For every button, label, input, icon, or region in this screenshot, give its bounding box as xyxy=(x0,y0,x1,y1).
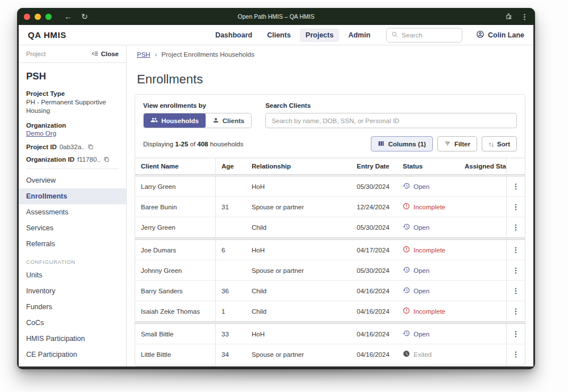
sidebar-item-funders[interactable]: Funders xyxy=(19,299,126,315)
cell-entry-date: 04/16/2024 xyxy=(351,344,397,364)
organization-label: Organization xyxy=(26,122,119,129)
nav-dashboard[interactable]: Dashboard xyxy=(210,28,258,42)
row-menu-icon[interactable]: ⋮ xyxy=(509,328,523,340)
table-header-row: Client Name Age Relationship Entry Date … xyxy=(135,158,525,174)
cell-actions: ⋮ xyxy=(506,260,525,280)
table-row[interactable]: Tiny Bittle7Child04/16/2024Incomplete⋮ xyxy=(135,365,525,366)
cell-entry-date: 04/16/2024 xyxy=(351,301,397,321)
table-row[interactable]: Joe Dumars6HoH04/17/2024Incomplete⋮ xyxy=(135,240,525,260)
table-row[interactable]: Johnny GreenSpouse or partner05/30/2024O… xyxy=(135,260,525,281)
project-id-value: 0ab32a.. xyxy=(60,144,85,150)
close-window-button[interactable] xyxy=(24,14,30,20)
columns-button[interactable]: Columns (1) xyxy=(371,136,432,151)
browser-menu-icon[interactable]: ⋮ xyxy=(521,12,528,21)
cell-status: Incomplete xyxy=(397,365,459,366)
filter-button[interactable]: Filter xyxy=(437,136,477,151)
row-menu-icon[interactable]: ⋮ xyxy=(509,180,523,192)
cell-status: Open xyxy=(397,324,459,344)
nav-admin[interactable]: Admin xyxy=(343,28,376,42)
sidebar-item-units[interactable]: Units xyxy=(19,267,126,283)
cell-assigned-staff xyxy=(459,324,506,344)
cell-entry-date: 04/17/2024 xyxy=(351,240,397,260)
cell-relationship: Spouse or partner xyxy=(246,260,351,280)
table-row[interactable]: Little Bittle34Spouse or partner04/16/20… xyxy=(135,344,525,365)
sidebar-item-assessments[interactable]: Assessments xyxy=(19,204,126,220)
sidebar-item-overview[interactable]: Overview xyxy=(19,172,126,188)
clients-toggle-button[interactable]: Clients xyxy=(206,113,251,128)
organization-link[interactable]: Demo Org xyxy=(26,130,119,137)
table-row[interactable]: Larry GreenHoH05/30/2024Open⋮ xyxy=(135,176,525,197)
project-id-label: Project ID xyxy=(26,144,57,150)
nav-projects[interactable]: Projects xyxy=(300,28,339,42)
sort-button[interactable]: ↑↓ Sort xyxy=(482,136,517,151)
table-row[interactable]: Barry Sanders36Child04/16/2024Open⋮ xyxy=(135,281,525,301)
table-row[interactable]: Small Bittle33HoH04/16/2024Open⋮ xyxy=(135,324,525,344)
row-menu-icon[interactable]: ⋮ xyxy=(509,264,523,276)
zoom-window-button[interactable] xyxy=(45,14,52,20)
column-header-entry-date[interactable]: Entry Date xyxy=(351,158,397,174)
row-menu-icon[interactable]: ⋮ xyxy=(509,285,523,297)
filter-label: Filter xyxy=(454,141,470,147)
user-menu[interactable]: Colin Lane xyxy=(476,30,524,40)
column-header-assigned-staff[interactable]: Assigned Staff xyxy=(459,158,506,174)
copy-icon[interactable] xyxy=(87,144,94,150)
cell-assigned-staff xyxy=(459,344,506,364)
sidebar-panel-label: Project xyxy=(26,50,45,57)
copy-icon[interactable] xyxy=(103,156,110,162)
client-search-input[interactable] xyxy=(265,113,517,128)
cell-client-name: Little Bittle xyxy=(135,344,216,364)
person-icon xyxy=(212,117,219,125)
row-menu-icon[interactable]: ⋮ xyxy=(509,201,523,213)
sidebar-item-hmis-participation[interactable]: HMIS Participation xyxy=(19,331,126,347)
column-header-relationship[interactable]: Relationship xyxy=(246,158,351,174)
back-icon[interactable]: ← xyxy=(64,12,72,20)
cell-actions: ⋮ xyxy=(506,240,525,260)
sidebar-item-enrollments[interactable]: Enrollments xyxy=(19,188,126,204)
nav-clients[interactable]: Clients xyxy=(261,28,296,42)
app-viewport: QA HMIS Dashboard Clients Projects Admin xyxy=(19,25,533,366)
column-header-client-name[interactable]: Client Name xyxy=(135,158,216,174)
sidebar-item-services[interactable]: Services xyxy=(19,220,126,236)
row-menu-icon[interactable]: ⋮ xyxy=(509,221,523,233)
column-header-age[interactable]: Age xyxy=(216,158,246,174)
cell-entry-date: 05/30/2024 xyxy=(351,217,397,237)
sort-label: Sort xyxy=(497,141,510,147)
cell-actions: ⋮ xyxy=(506,344,525,364)
row-menu-icon[interactable]: ⋮ xyxy=(509,244,523,256)
cell-entry-date: 04/16/2024 xyxy=(351,324,397,344)
cell-age: 31 xyxy=(216,197,246,217)
cell-entry-date: 04/16/2024 xyxy=(351,281,397,301)
sidebar-item-ce-participation[interactable]: CE Participation xyxy=(19,347,126,363)
table-row[interactable]: Isaiah Zeke Thomas1Child04/16/2024Incomp… xyxy=(135,301,525,322)
cell-age: 6 xyxy=(216,240,246,260)
minimize-window-button[interactable] xyxy=(35,14,41,20)
table-row[interactable]: Baree Bunin31Spouse or partner12/24/2024… xyxy=(135,197,525,217)
table-body: Larry GreenHoH05/30/2024Open⋮Baree Bunin… xyxy=(135,174,525,366)
households-toggle-button[interactable]: Households xyxy=(144,113,206,128)
columns-label: Columns (1) xyxy=(388,141,425,147)
cell-relationship: Spouse or partner xyxy=(246,197,351,217)
global-search[interactable] xyxy=(386,28,462,43)
sidebar-item-referrals[interactable]: Referrals xyxy=(19,236,126,252)
global-search-input[interactable] xyxy=(402,32,453,39)
extensions-icon[interactable] xyxy=(505,12,513,20)
cell-actions: ⋮ xyxy=(506,217,525,237)
sidebar-close-button[interactable]: Close xyxy=(91,50,119,58)
breadcrumb-root-link[interactable]: PSH xyxy=(137,51,151,58)
sidebar-item-inventory[interactable]: Inventory xyxy=(19,283,126,299)
browser-chrome: ← ↻ Open Path HMIS – QA HMIS ⋮ xyxy=(17,8,535,25)
cell-actions: ⋮ xyxy=(506,281,525,301)
row-menu-icon[interactable]: ⋮ xyxy=(509,348,523,360)
status-badge: Open xyxy=(403,286,429,295)
table-row[interactable]: Jerry GreenChild05/30/2024Open⋮ xyxy=(135,217,525,238)
status-label: Open xyxy=(414,183,429,190)
column-header-status[interactable]: Status xyxy=(397,158,459,174)
status-label: Open xyxy=(414,224,429,231)
sidebar-item-cocs[interactable]: CoCs xyxy=(19,315,126,331)
open-history-icon xyxy=(403,286,410,295)
cell-actions: ⋮ xyxy=(506,324,525,344)
enrollments-card: View enrollments by Households xyxy=(135,94,525,366)
cell-entry-date: 12/24/2024 xyxy=(351,197,397,217)
reload-icon[interactable]: ↻ xyxy=(81,12,88,20)
row-menu-icon[interactable]: ⋮ xyxy=(509,305,523,317)
